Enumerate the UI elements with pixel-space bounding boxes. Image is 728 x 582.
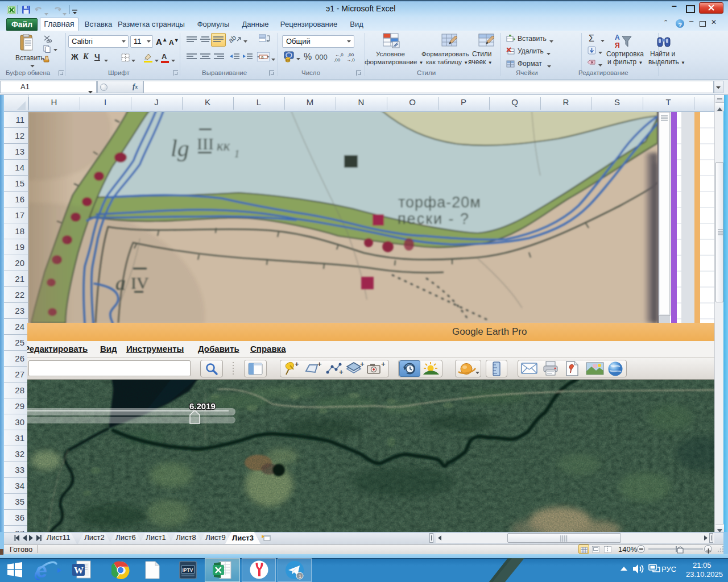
svg-text:,00: ,00 (348, 52, 354, 57)
svg-text:+: + (360, 361, 365, 368)
svg-text:←,0: ←,0 (335, 52, 344, 57)
svg-text:Я: Я (615, 41, 620, 49)
svg-text:ab: ab (229, 34, 238, 44)
svg-text:a: a (261, 55, 264, 60)
svg-text:,00: ,00 (334, 57, 341, 63)
svg-text:W: W (74, 565, 84, 576)
svg-text:1: 1 (299, 573, 301, 579)
svg-text:→,0: →,0 (346, 57, 355, 63)
svg-text:6.2019: 6.2019 (189, 401, 216, 411)
svg-text:+: + (339, 368, 344, 376)
svg-text:+: + (381, 361, 386, 368)
svg-text:+: + (317, 361, 322, 368)
svg-text:+: + (295, 361, 299, 368)
svg-text:IPTV: IPTV (183, 567, 193, 573)
svg-text:А: А (615, 34, 620, 41)
